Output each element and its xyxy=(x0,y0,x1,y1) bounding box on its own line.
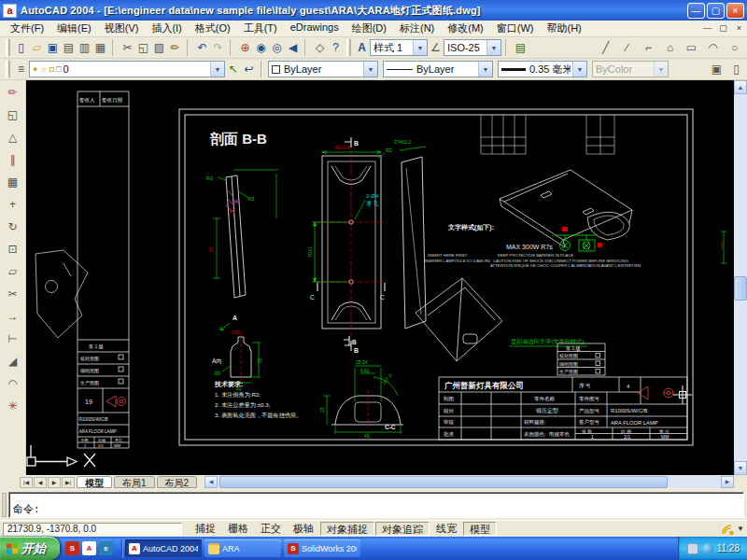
menu-item[interactable]: 帮助(H) xyxy=(540,21,587,36)
tray-display-icon[interactable] xyxy=(687,543,698,554)
paste-icon[interactable]: ▨ xyxy=(151,39,167,57)
circle-icon[interactable]: ○ xyxy=(726,39,742,57)
menu-item[interactable]: 修改(M) xyxy=(441,21,490,36)
tool-palettes-icon[interactable]: ▤ xyxy=(513,39,529,57)
chevron-down-icon[interactable]: ▼ xyxy=(210,62,224,77)
open-folder-icon[interactable]: ▱ xyxy=(29,39,45,57)
layout-tab[interactable]: 模型 xyxy=(77,476,112,488)
chevron-down-icon[interactable]: ▼ xyxy=(363,62,377,77)
rotate-icon[interactable]: ↻ xyxy=(4,217,22,235)
menu-item[interactable]: 文件(F) xyxy=(4,21,50,36)
layer-combo[interactable]: ● ☼ ◘ □ 0 ▼ xyxy=(29,61,225,77)
array-icon[interactable]: ▦ xyxy=(4,173,22,190)
plot-preview-icon[interactable]: ▥ xyxy=(77,39,92,57)
find-icon[interactable]: ◇ xyxy=(312,39,328,57)
chevron-down-icon[interactable]: ▼ xyxy=(572,62,586,77)
status-toggle[interactable]: 极轴 xyxy=(288,522,319,536)
chamfer-icon[interactable]: ◢ xyxy=(4,352,22,370)
tab-prev-button[interactable]: ◀ xyxy=(34,477,47,488)
zoom-window-icon[interactable]: ◎ xyxy=(269,39,285,57)
communication-center-icon[interactable] xyxy=(721,523,734,536)
fillet-icon[interactable]: ◠ xyxy=(4,374,22,392)
menu-item[interactable]: 插入(I) xyxy=(145,21,188,36)
cut-icon[interactable]: ✂ xyxy=(120,39,135,57)
layout-tab[interactable]: 布局2 xyxy=(157,476,198,488)
status-toggle[interactable]: 正交 xyxy=(255,522,287,536)
plot-icon[interactable]: ▤ xyxy=(61,39,77,57)
toolbar-grip[interactable] xyxy=(6,39,10,56)
quicklaunch-edrawings-icon[interactable] xyxy=(99,541,113,555)
status-toggle[interactable]: 捕捉 xyxy=(190,522,221,536)
status-toggle[interactable]: 模型 xyxy=(463,522,497,536)
chevron-down-icon[interactable]: ▼ xyxy=(486,40,500,55)
chevron-down-icon[interactable]: ▼ xyxy=(413,40,427,55)
trim-icon[interactable]: ✂ xyxy=(4,285,22,302)
horizontal-scrollbar[interactable]: ◀ ▶ xyxy=(204,476,734,488)
status-toggle[interactable]: 对象追踪 xyxy=(375,522,430,536)
command-window-grip[interactable] xyxy=(2,493,7,517)
extend-icon[interactable]: → xyxy=(4,307,22,325)
scroll-down-button[interactable]: ▼ xyxy=(734,461,747,475)
mdi-window-button[interactable]: ▢ xyxy=(715,22,731,35)
tab-next-button[interactable]: ▶ xyxy=(48,477,61,488)
minimize-button[interactable]: — xyxy=(687,3,705,19)
scroll-up-button[interactable]: ▲ xyxy=(734,80,747,94)
block-edge-icon[interactable]: ▯ xyxy=(728,61,744,78)
insert-block-icon[interactable]: ▣ xyxy=(709,61,725,78)
menu-item[interactable]: 绘图(D) xyxy=(345,21,393,36)
break-icon[interactable]: ⊢ xyxy=(4,329,22,347)
quicklaunch-solidworks-icon[interactable] xyxy=(65,541,79,555)
layout-tab[interactable]: 布局1 xyxy=(114,476,155,488)
tray-edrawings-icon[interactable] xyxy=(702,543,713,554)
taskbar-clock[interactable]: 11:28 xyxy=(717,543,740,553)
taskbar-task-button[interactable]: AutoCAD 2004 - [E:\... xyxy=(125,539,202,557)
make-layer-current-icon[interactable]: ↖ xyxy=(225,61,241,78)
construction-line-icon[interactable]: ∕ xyxy=(619,39,635,57)
stretch-icon[interactable]: ▱ xyxy=(4,262,22,280)
linetype-combo[interactable]: ByLayer ▼ xyxy=(383,61,493,77)
scrollbar-thumb[interactable] xyxy=(219,476,668,488)
quicklaunch-acrobat-icon[interactable] xyxy=(82,541,96,555)
taskbar-task-button[interactable]: SolidWorks 2008 xyxy=(284,539,360,557)
line-icon[interactable]: ╱ xyxy=(598,39,613,57)
polygon-icon[interactable]: ⌂ xyxy=(662,39,678,57)
undo-icon[interactable]: ↶ xyxy=(194,39,210,57)
publish-icon[interactable]: ▦ xyxy=(92,39,108,57)
color-combo[interactable]: ByLayer ▼ xyxy=(268,61,378,77)
move-icon[interactable]: + xyxy=(4,195,22,213)
explode-icon[interactable]: ✳ xyxy=(4,397,22,414)
tab-last-button[interactable]: ▶| xyxy=(62,477,75,488)
scrollbar-thumb[interactable] xyxy=(734,276,747,301)
status-toggle[interactable]: 栅格 xyxy=(222,522,254,536)
zoom-realtime-icon[interactable]: ◉ xyxy=(253,39,269,57)
status-tray-arrow[interactable]: ▼ xyxy=(737,525,744,533)
menu-item[interactable]: 工具(T) xyxy=(237,21,284,36)
mdi-window-button[interactable]: × xyxy=(731,22,747,35)
scroll-right-button[interactable]: ▶ xyxy=(721,476,734,488)
taskbar-task-button[interactable]: ARA xyxy=(204,539,281,557)
menu-item[interactable]: 窗口(W) xyxy=(490,21,541,36)
vertical-scrollbar[interactable]: ▲ ▼ xyxy=(734,80,747,475)
mirror-icon[interactable]: △ xyxy=(4,128,22,146)
menu-item[interactable]: eDrawings xyxy=(284,21,345,36)
start-button[interactable]: 开始 xyxy=(0,537,60,560)
menu-item[interactable]: 格式(O) xyxy=(189,21,237,36)
text-style-combo[interactable]: 样式 1 ▼ xyxy=(370,39,428,56)
mdi-window-button[interactable]: — xyxy=(699,22,715,35)
close-button[interactable]: × xyxy=(726,3,744,19)
help-icon[interactable]: ? xyxy=(328,39,344,57)
text-style-icon[interactable]: A xyxy=(354,39,370,57)
layer-previous-icon[interactable]: ↩ xyxy=(241,61,257,78)
copy-object-icon[interactable]: ◱ xyxy=(4,105,22,123)
pan-icon[interactable]: ⊕ xyxy=(237,39,253,57)
menu-item[interactable]: 视图(V) xyxy=(98,21,146,36)
layer-manager-icon[interactable]: ≡ xyxy=(13,61,29,78)
lineweight-combo[interactable]: 0.35 毫米 ▼ xyxy=(498,61,587,77)
command-prompt[interactable]: 命令: xyxy=(13,502,40,516)
new-file-icon[interactable]: ▯ xyxy=(13,39,29,57)
dim-style-icon[interactable]: ∠ xyxy=(428,39,444,57)
offset-icon[interactable]: ∥ xyxy=(4,150,22,168)
drawing-canvas[interactable]: 签收人 签收日期 第 1 版 核对用图 细组用图 生产用图 19 R1000S/… xyxy=(26,80,734,475)
chevron-down-icon[interactable]: ▼ xyxy=(478,62,492,77)
copy-icon[interactable]: ◱ xyxy=(135,39,151,57)
